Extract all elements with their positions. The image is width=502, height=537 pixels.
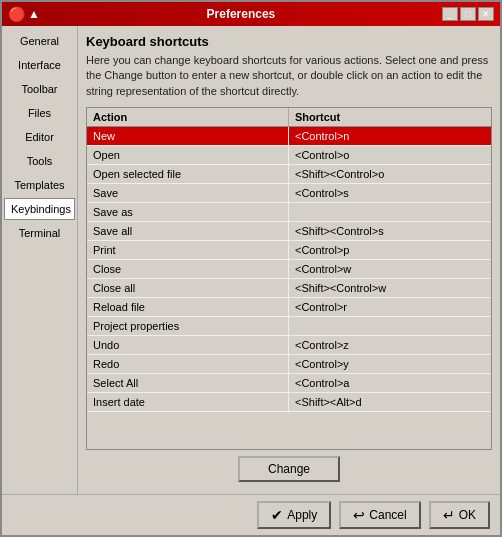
table-row[interactable]: Undo <Control>z <box>87 336 491 355</box>
shortcut-cell: <Control>o <box>289 146 491 164</box>
sidebar-item-interface[interactable]: Interface <box>4 54 75 76</box>
section-title: Keyboard shortcuts <box>86 34 492 49</box>
table-row[interactable]: Close all <Shift><Control>w <box>87 279 491 298</box>
maximize-button[interactable]: □ <box>460 7 476 21</box>
shortcut-cell: <Control>n <box>289 127 491 145</box>
action-cell: Redo <box>87 355 289 373</box>
app-icon: 🔴 <box>8 6 24 22</box>
table-row[interactable]: Print <Control>p <box>87 241 491 260</box>
sidebar-item-keybindings[interactable]: Keybindings <box>4 198 75 220</box>
title-bar-left: 🔴 ▲ <box>8 6 40 22</box>
shortcut-cell <box>289 317 491 335</box>
close-button[interactable]: ✕ <box>478 7 494 21</box>
shortcut-cell <box>289 203 491 221</box>
table-row[interactable]: Save all <Shift><Control>s <box>87 222 491 241</box>
action-cell: Save as <box>87 203 289 221</box>
sidebar-item-editor[interactable]: Editor <box>4 126 75 148</box>
footer: ✔ Apply ↩ Cancel ↵ OK <box>2 494 500 535</box>
ok-label: OK <box>459 508 476 522</box>
sidebar-item-templates[interactable]: Templates <box>4 174 75 196</box>
cancel-icon: ↩ <box>353 507 365 523</box>
shortcuts-table: Action Shortcut New <Control>n Open <Con… <box>86 107 492 450</box>
cancel-label: Cancel <box>369 508 406 522</box>
shortcut-cell: <Control>p <box>289 241 491 259</box>
table-row[interactable]: Open <Control>o <box>87 146 491 165</box>
up-arrow-icon: ▲ <box>28 7 40 21</box>
shortcut-cell: <Shift><Control>s <box>289 222 491 240</box>
description: Here you can change keyboard shortcuts f… <box>86 53 492 99</box>
sidebar-item-tools[interactable]: Tools <box>4 150 75 172</box>
action-cell: Print <box>87 241 289 259</box>
table-scroll-area: New <Control>n Open <Control>o Open sele… <box>87 127 491 449</box>
action-cell: Select All <box>87 374 289 392</box>
main-content: Keyboard shortcuts Here you can change k… <box>78 26 500 494</box>
action-cell: Open selected file <box>87 165 289 183</box>
table-row[interactable]: Insert date <Shift><Alt>d <box>87 393 491 412</box>
apply-icon: ✔ <box>271 507 283 523</box>
table-row[interactable]: Save as <box>87 203 491 222</box>
change-btn-row: Change <box>86 450 492 486</box>
apply-label: Apply <box>287 508 317 522</box>
table-row[interactable]: Reload file <Control>r <box>87 298 491 317</box>
shortcut-cell: <Control>w <box>289 260 491 278</box>
action-header: Action <box>87 108 289 126</box>
action-cell: Close all <box>87 279 289 297</box>
table-row[interactable]: Close <Control>w <box>87 260 491 279</box>
action-cell: Undo <box>87 336 289 354</box>
shortcut-cell: <Shift><Control>w <box>289 279 491 297</box>
action-cell: Project properties <box>87 317 289 335</box>
sidebar-item-files[interactable]: Files <box>4 102 75 124</box>
sidebar-item-general[interactable]: General <box>4 30 75 52</box>
cancel-button[interactable]: ↩ Cancel <box>339 501 420 529</box>
action-cell: New <box>87 127 289 145</box>
title-bar: 🔴 ▲ Preferences _ □ ✕ <box>2 2 500 26</box>
action-cell: Close <box>87 260 289 278</box>
table-row[interactable]: Project properties <box>87 317 491 336</box>
action-cell: Insert date <box>87 393 289 411</box>
action-cell: Save <box>87 184 289 202</box>
sidebar: General Interface Toolbar Files Editor T… <box>2 26 78 494</box>
shortcut-cell: <Control>r <box>289 298 491 316</box>
table-row[interactable]: Select All <Control>a <box>87 374 491 393</box>
shortcut-cell: <Shift><Alt>d <box>289 393 491 411</box>
table-body: New <Control>n Open <Control>o Open sele… <box>87 127 491 449</box>
action-cell: Open <box>87 146 289 164</box>
sidebar-item-toolbar[interactable]: Toolbar <box>4 78 75 100</box>
table-row[interactable]: Redo <Control>y <box>87 355 491 374</box>
action-cell: Save all <box>87 222 289 240</box>
minimize-button[interactable]: _ <box>442 7 458 21</box>
ok-icon: ↵ <box>443 507 455 523</box>
sidebar-item-terminal[interactable]: Terminal <box>4 222 75 244</box>
apply-button[interactable]: ✔ Apply <box>257 501 331 529</box>
shortcut-cell: <Control>z <box>289 336 491 354</box>
table-row[interactable]: New <Control>n <box>87 127 491 146</box>
table-header: Action Shortcut <box>87 108 491 127</box>
shortcut-cell: <Control>y <box>289 355 491 373</box>
shortcut-cell: <Control>s <box>289 184 491 202</box>
action-cell: Reload file <box>87 298 289 316</box>
shortcut-cell: <Shift><Control>o <box>289 165 491 183</box>
table-row[interactable]: Save <Control>s <box>87 184 491 203</box>
shortcut-cell: <Control>a <box>289 374 491 392</box>
preferences-window: 🔴 ▲ Preferences _ □ ✕ General Interface … <box>0 0 502 537</box>
shortcut-header: Shortcut <box>289 108 491 126</box>
window-body: General Interface Toolbar Files Editor T… <box>2 26 500 494</box>
window-controls: _ □ ✕ <box>442 7 494 21</box>
table-row[interactable]: Open selected file <Shift><Control>o <box>87 165 491 184</box>
window-title: Preferences <box>40 7 442 21</box>
change-button[interactable]: Change <box>238 456 340 482</box>
ok-button[interactable]: ↵ OK <box>429 501 490 529</box>
